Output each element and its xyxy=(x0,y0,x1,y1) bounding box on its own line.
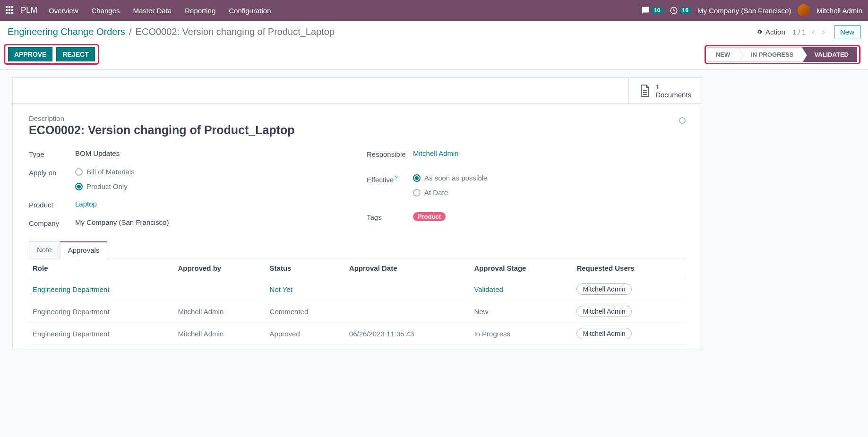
company-label: Company xyxy=(29,218,75,227)
user-chip[interactable]: Mitchell Admin xyxy=(576,306,631,317)
product-link[interactable]: Laptop xyxy=(75,200,97,208)
user-chip[interactable]: Mitchell Admin xyxy=(576,283,631,295)
tab-approvals[interactable]: Approvals xyxy=(60,241,108,258)
documents-count: 1 xyxy=(655,83,691,91)
priority-toggle[interactable] xyxy=(679,117,686,124)
col-requested-users: Requested Users xyxy=(573,258,686,278)
messages-badge: 10 xyxy=(652,7,662,14)
applyon-label: Apply on xyxy=(29,168,75,177)
breadcrumb-parent[interactable]: Engineering Change Orders xyxy=(8,26,125,37)
col-approved-by: Approved by xyxy=(174,258,266,278)
product-label: Product xyxy=(29,200,75,209)
row-stage: New xyxy=(474,308,488,316)
col-role: Role xyxy=(29,258,174,278)
breadcrumb-current: ECO0002: Version changing of Product_Lap… xyxy=(136,26,335,37)
status-new[interactable]: NEW xyxy=(708,47,739,62)
effective-help-icon[interactable]: ? xyxy=(395,175,397,180)
clock-icon xyxy=(670,6,678,15)
effective-atdate-radio[interactable]: At Date xyxy=(413,189,686,197)
pager-prev[interactable]: ‹ xyxy=(810,27,816,37)
action-label: Action xyxy=(765,28,785,36)
approve-button[interactable]: APPROVE xyxy=(8,47,52,61)
highlight-action-buttons: APPROVE REJECT xyxy=(4,44,99,65)
reject-button[interactable]: REJECT xyxy=(56,47,95,61)
status-in-progress[interactable]: IN PROGRESS xyxy=(739,47,802,62)
avatar[interactable] xyxy=(798,4,810,17)
highlight-statusbar: NEW IN PROGRESS VALIDATED xyxy=(705,45,860,64)
breadcrumb-separator: / xyxy=(129,26,132,37)
user-menu[interactable]: Mitchell Admin xyxy=(816,7,862,15)
effective-group: As soon as possible At Date xyxy=(413,174,686,197)
applyon-group: Bill of Materials Product Only xyxy=(75,168,348,190)
company-value: My Company (San Francisco) xyxy=(75,218,348,226)
row-date xyxy=(345,300,471,323)
applyon-product-radio[interactable]: Product Only xyxy=(75,182,348,190)
tags-label: Tags xyxy=(367,212,413,221)
action-menu[interactable]: Action xyxy=(756,28,785,36)
row-stage: In Progress xyxy=(474,330,510,338)
type-label: Type xyxy=(29,149,75,158)
documents-stat-button[interactable]: 1 Documents xyxy=(628,78,702,103)
table-row[interactable]: Engineering DepartmentNot YetValidatedMi… xyxy=(29,278,686,300)
row-approved-by xyxy=(174,278,266,300)
button-box: 1 Documents xyxy=(13,78,702,104)
effective-label: Effective? xyxy=(367,174,413,184)
form-sheet: 1 Documents Description ECO0002: Version… xyxy=(12,77,702,350)
activities-button[interactable]: 16 xyxy=(670,6,691,15)
effective-asap-radio[interactable]: As soon as possible xyxy=(413,174,686,182)
navbar-right: 10 16 My Company (San Francisco) Mitchel… xyxy=(641,4,862,17)
table-row[interactable]: Engineering DepartmentMitchell AdminAppr… xyxy=(29,323,686,345)
tag-product[interactable]: Product xyxy=(413,212,446,221)
messages-button[interactable]: 10 xyxy=(641,6,662,15)
activities-badge: 16 xyxy=(680,7,691,14)
menu-master-data[interactable]: Master Data xyxy=(133,7,172,15)
type-value: BOM Updates xyxy=(75,149,348,157)
pager-next[interactable]: › xyxy=(821,27,826,37)
main-menu: Overview Changes Master Data Reporting C… xyxy=(49,7,271,15)
menu-overview[interactable]: Overview xyxy=(49,7,78,15)
approvals-table: Role Approved by Status Approval Date Ap… xyxy=(29,258,686,345)
pager-value[interactable]: 1 / 1 xyxy=(793,28,806,36)
menu-changes[interactable]: Changes xyxy=(91,7,120,15)
document-icon xyxy=(639,84,651,97)
col-approval-date: Approval Date xyxy=(345,258,471,278)
company-switcher[interactable]: My Company (San Francisco) xyxy=(697,7,791,15)
row-status[interactable]: Not Yet xyxy=(270,285,292,293)
responsible-link[interactable]: Mitchell Admin xyxy=(413,149,459,157)
main-navbar: PLM Overview Changes Master Data Reporti… xyxy=(0,0,868,21)
description-label: Description xyxy=(29,114,686,122)
tab-note[interactable]: Note xyxy=(29,241,60,258)
menu-reporting[interactable]: Reporting xyxy=(185,7,215,15)
statusbar: NEW IN PROGRESS VALIDATED xyxy=(708,47,857,62)
row-approved-by: Mitchell Admin xyxy=(174,300,266,323)
row-approved-by: Mitchell Admin xyxy=(174,323,266,345)
row-role: Engineering Department xyxy=(33,330,110,338)
gear-icon xyxy=(756,28,763,35)
page-title: ECO0002: Version changing of Product_Lap… xyxy=(29,123,686,137)
pager: 1 / 1 ‹ › xyxy=(793,27,826,37)
row-date: 06/26/2023 11:35:43 xyxy=(345,323,471,345)
chat-icon xyxy=(641,6,650,15)
form-background: 1 Documents Description ECO0002: Version… xyxy=(0,70,868,358)
notebook: Note Approvals Role Approved by Status A… xyxy=(29,241,686,345)
row-status: Commented xyxy=(270,308,309,316)
row-stage[interactable]: Validated xyxy=(474,285,503,293)
row-role[interactable]: Engineering Department xyxy=(33,285,110,293)
applyon-bom-radio[interactable]: Bill of Materials xyxy=(75,168,348,176)
responsible-label: Responsible xyxy=(367,149,413,158)
breadcrumb: Engineering Change Orders / ECO0002: Ver… xyxy=(8,26,335,37)
control-panel: Engineering Change Orders / ECO0002: Ver… xyxy=(0,21,868,70)
menu-configuration[interactable]: Configuration xyxy=(229,7,271,15)
row-status: Approved xyxy=(270,330,300,338)
documents-label: Documents xyxy=(655,91,691,99)
col-status: Status xyxy=(266,258,345,278)
col-approval-stage: Approval Stage xyxy=(470,258,573,278)
apps-icon[interactable] xyxy=(6,6,14,15)
table-row[interactable]: Engineering DepartmentMitchell AdminComm… xyxy=(29,300,686,323)
user-chip[interactable]: Mitchell Admin xyxy=(576,328,631,339)
app-brand[interactable]: PLM xyxy=(21,6,37,15)
row-date xyxy=(345,278,471,300)
status-validated[interactable]: VALIDATED xyxy=(802,47,857,62)
new-button[interactable]: New xyxy=(834,26,860,38)
row-role: Engineering Department xyxy=(33,308,110,316)
